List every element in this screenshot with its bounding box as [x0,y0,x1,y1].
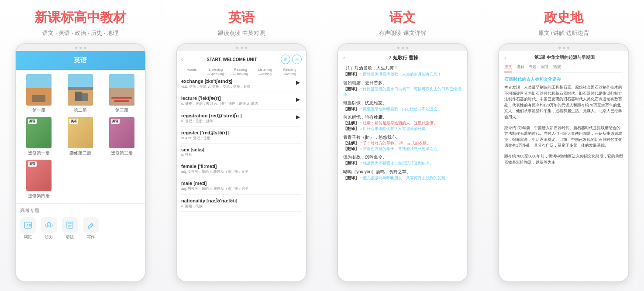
poem-note-4: 【注解】：杜康：相传是最早造酒的人，这里代指酒。 [343,121,462,126]
phone-dot [245,47,247,49]
s1-subtitle: 语文 · 英语 · 政治 · 历史 · 地理 [42,29,118,37]
eng-btn-word[interactable]: 词 [292,55,302,64]
phone-dot [79,47,82,49]
gaokao-section: 高考专题 AB 词汇 听力 [16,203,145,243]
lit-content: ‹ 7 短歌行 曹操 （1）对酒当歌，人生几何！ 【翻译】：面对着美酒高声放歌，… [338,51,467,187]
book-cover-3: 英语 [109,74,134,106]
poem-text-2: 譬如朝露，去日苦多。 [343,79,462,86]
def-exchange: vt.&. 交换，交流 vt. 交换，交流，交换，处换 [181,84,302,89]
hist-para-2: 距今约1万年前，中国进入新石器时代。新石器时代是指以磨结合的方法制作石器的时代。… [504,125,623,149]
word-entry-register[interactable]: register ['redʒɪstə(r)] vt.& vt. 登记；注册 [181,130,302,144]
col-header-lt[interactable]: Listening–Talking [253,68,277,76]
book-cover-5: 英语 [68,117,93,148]
hist-tab-original[interactable]: 原文 [504,64,512,72]
phone-dot [567,47,569,49]
phone-dot [236,47,238,49]
def-lecture: n. 讲座；讲课；教训 vt.（开）课座；讲课 vt. 训练 [181,101,302,106]
book-item-6[interactable]: 英语 选修第三册 [103,117,141,156]
hist-tab-expand[interactable]: 拓展 [553,64,561,72]
hist-tab-qa[interactable]: 问答 [541,64,549,72]
book-label-5: 英语 [69,119,78,124]
hist-tab-topic[interactable]: 专题 [529,64,537,72]
hist-content: ‹ 第1课 中华文明的起源与早期国 原文 讲解 专题 问答 拓展 石器时代的古人… [499,51,628,169]
book-label-text-6: 选修第三册 [111,150,133,156]
gaokao-writing[interactable]: 写作 [83,217,99,240]
eng-back-icon[interactable]: ‹ [181,56,183,62]
phone-dot [397,47,399,49]
gaokao-listening[interactable]: 听力 [41,217,57,240]
s4-subtitle: 原文+讲解 边听边背 [538,29,589,37]
book-label-text-2: 第二册 [74,107,87,113]
word-entry-female[interactable]: female ['fiːmeɪl] adj. 女性的；雌的 n. 雌性动（植）物… [181,164,302,177]
writing-icon-box [83,217,99,233]
svg-text:AB: AB [26,223,31,227]
section-english: 英语 跟读点读 中英对照 ‹ START. WELCOME UNIT 讲 词 [161,0,322,291]
gaokao-grammar[interactable]: 语法 [62,217,78,240]
s3-title: 语文 [389,9,416,27]
phone-dot [75,47,77,49]
book-cover-1: 英语 [26,74,52,106]
poem-text-3: 慨当以慷，忧思难忘。 [343,99,462,106]
col-header-rw[interactable]: Reading–Writing [278,68,302,76]
book-item-1[interactable]: 英语 第一册 [20,74,58,113]
hist-tabs: 原文 讲解 专题 问答 拓展 [504,64,623,73]
poem-trans-5: 【翻译】：穿着色衣领的学子，常托着我悠长思慕之心。 [343,146,462,152]
poem-line-3: 慨当以慷，忧思难忘。 【翻译】：慷慨激昂地吟唱着歌，内心忧虑却不能遗忘。 [343,99,462,112]
word-entry-exchange[interactable]: exchange [ɪks'tʃeɪndʒ] vt.&. 交换，交流 vt. 交… [181,79,302,92]
def-female: adj. 女性的；雌的 n. 雌性动（植）物；女子 [181,169,302,174]
col-header-ls[interactable]: Listening–Speaking [204,68,228,76]
s2-title: 英语 [228,9,255,27]
s2-phone-topbar [177,44,306,51]
word-entry-sex[interactable]: sex [seks] n. 性别 [181,147,302,160]
word-entry-nationality[interactable]: nationality [næʃə'næləti] n. 国籍，民族 [181,198,302,212]
s3-phone-topbar [338,44,467,51]
arrow-lecture: ▶ [296,96,300,103]
word-entry-male[interactable]: male [meɪl] adj. 男性的；雄的 n. 雄性动（植）物；男子 [181,181,302,194]
phone-dot [241,47,243,49]
phone-dot [84,47,86,49]
poem-trans-6: 【翻译】：就是因为渴慕贤才，集思沉吟直到如今。 [343,161,462,166]
hist-nav: ‹ 第1课 中华文明的起源与早期国 [504,55,623,61]
def-male: adj. 男性的；雄的 n. 雄性动（植）物；男子 [181,186,302,191]
vocab-label: 词汇 [24,234,32,240]
eng-btn-lecture[interactable]: 讲 [281,55,290,64]
eng-nav-btns: 讲 词 [281,55,302,64]
main-container: 新课标高中教材 语文 · 英语 · 政治 · 历史 · 地理 英语 英语 [0,0,644,291]
book-item-4[interactable]: 英语 选修第一册 [20,117,58,156]
poem-trans-7: 【翻译】：鹿儿嗷嗷鸣叫呼唤朋友，共享原野上找到的艾蒿。 [343,175,462,181]
lit-nav-title: 7 短歌行 曹操 [345,55,462,61]
book-item-5[interactable]: 英语 选修第二册 [62,117,100,156]
word-entry-registration[interactable]: registration [redʒɪ'streɪʃn ] n. 登记；注册，挂… [181,113,302,127]
hist-tab-explain[interactable]: 讲解 [517,64,524,72]
phone-dot [402,47,404,49]
col-header-words: words [181,68,203,76]
hist-para-1: 考古发现，人类最早制造的工具是石器。原始社会因石器制作技术的不同而被区分为旧石器… [504,85,623,120]
s1-phone: 英语 英语 第一册 英语 [15,43,146,282]
def-sex: n. 性别 [181,152,302,157]
arrow-exchange: ▶ [296,79,300,86]
col-header-rt[interactable]: Reading–Thinking [229,68,253,76]
phone-dot [558,47,561,49]
poem-text-5: 青青子衿（jīn），悠悠我心。 [343,134,462,141]
book-item-7[interactable]: 英语 选修第四册 [20,160,58,199]
writing-label: 写作 [87,234,95,240]
book-label-text-7: 选修第四册 [28,193,50,199]
word-entry-lecture[interactable]: lecture ['lektʃə(r)] n. 讲座；讲课；教训 vt.（开）课… [181,96,302,109]
lit-nav: ‹ 7 短歌行 曹操 [343,55,462,61]
s1-phone-header: 英语 [16,51,145,70]
word-nationality: nationality [næʃə'næləti] [181,198,302,204]
def-registration: n. 登记；注册，挂号 [181,119,302,123]
gaokao-vocab[interactable]: AB 词汇 [20,217,36,240]
svg-point-2 [47,223,51,226]
s4-title: 政史地 [544,9,583,27]
poem-line-6: 但为君故，沉吟至今。 【翻译】：就是因为渴慕贤才，集思沉吟直到如今。 [343,154,462,166]
book-cover-2: 英语 [68,74,93,106]
book-item-3[interactable]: 英语 第三册 [103,74,141,113]
book-item-2[interactable]: 英语 第二册 [62,74,100,113]
word-exchange: exchange [ɪks'tʃeɪndʒ] [181,79,302,84]
poem-text-4: 何以解忧，唯有杜康。 [343,114,462,121]
eng-nav-title: START. WELCOME UNIT [207,57,257,62]
book-label-6: 英语 [111,119,120,124]
book-label-text-4: 选修第一册 [28,150,50,156]
grammar-label: 语法 [66,234,74,240]
